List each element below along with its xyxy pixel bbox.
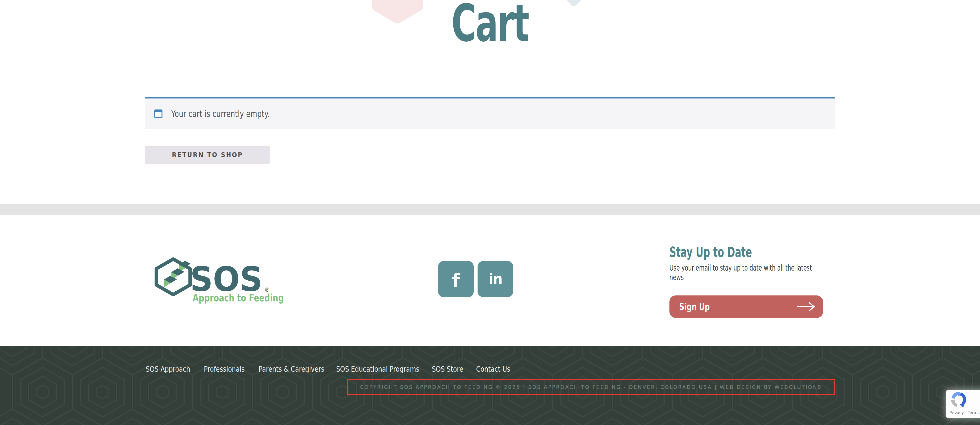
footer-link-contact-us[interactable]: Contact Us bbox=[476, 365, 510, 374]
sos-logo-tagline: Approach to Feeding bbox=[192, 292, 284, 304]
facebook-icon: f bbox=[452, 268, 460, 290]
linkedin-icon: in bbox=[488, 271, 502, 287]
recaptcha-icon bbox=[951, 392, 967, 408]
footer-link-educational-programs[interactable]: SOS Educational Programs bbox=[336, 365, 419, 374]
newsletter-description: Use your email to stay up to date with a… bbox=[670, 263, 814, 282]
recaptcha-badge[interactable]: Privacy - Terms bbox=[946, 390, 980, 418]
footer-link-professionals[interactable]: Professionals bbox=[204, 365, 245, 374]
newsletter-heading: Stay Up to Date bbox=[670, 244, 752, 260]
return-to-shop-button[interactable]: RETURN TO SHOP bbox=[145, 146, 270, 164]
signup-label: Sign Up bbox=[679, 301, 710, 312]
sos-logo-hexagon-icon bbox=[156, 259, 191, 295]
copyright-text: COPYRIGHT SOS APPROACH TO FEEDING © 2025… bbox=[360, 384, 822, 390]
return-to-shop-label: RETURN TO SHOP bbox=[172, 151, 243, 159]
cart-page-icon bbox=[154, 109, 162, 118]
footer-link-parents-caregivers[interactable]: Parents & Caregivers bbox=[259, 365, 324, 374]
cart-page: Cart Your cart is currently empty. RETUR… bbox=[0, 0, 980, 425]
sos-logo[interactable]: SOS ® Approach to Feeding bbox=[154, 255, 286, 305]
linkedin-link[interactable]: in bbox=[477, 261, 513, 297]
site-footer: SOS Approach Professionals Parents & Car… bbox=[0, 346, 980, 425]
section-divider-band bbox=[0, 204, 980, 215]
cart-empty-message: Your cart is currently empty. bbox=[171, 109, 270, 119]
copyright-bar: COPYRIGHT SOS APPROACH TO FEEDING © 2025… bbox=[347, 379, 835, 395]
recaptcha-privacy-terms[interactable]: Privacy - Terms bbox=[950, 410, 980, 415]
page-title: Cart bbox=[167, 0, 813, 49]
facebook-link[interactable]: f bbox=[438, 261, 474, 297]
newsletter-signup-button[interactable]: Sign Up bbox=[670, 295, 823, 318]
footer-link-sos-approach[interactable]: SOS Approach bbox=[146, 365, 190, 374]
footer-link-sos-store[interactable]: SOS Store bbox=[432, 365, 463, 374]
arrow-right-icon bbox=[797, 302, 816, 312]
cart-empty-notice: Your cart is currently empty. bbox=[145, 97, 835, 129]
